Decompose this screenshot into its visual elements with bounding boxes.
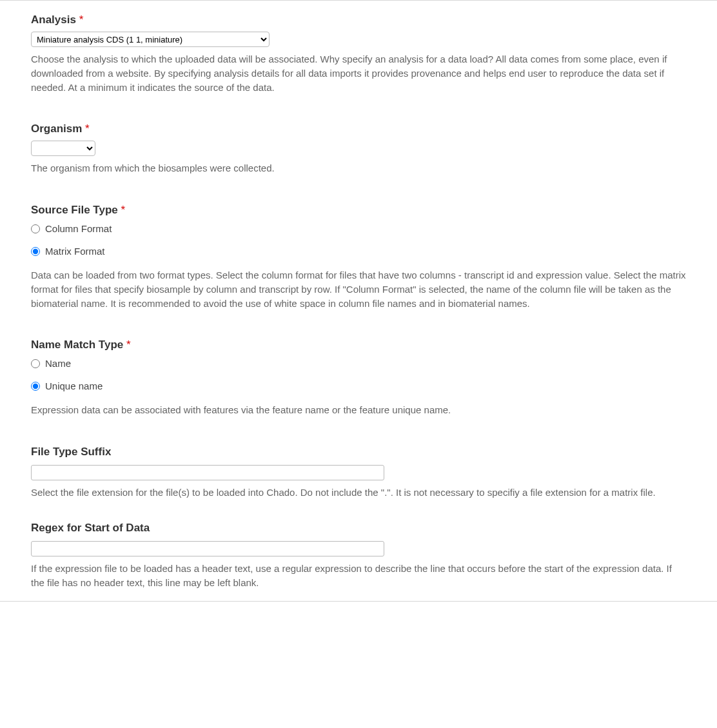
form-page: Analysis * Miniature analysis CDS (1 1, … <box>0 0 717 602</box>
analysis-field: Analysis * Miniature analysis CDS (1 1, … <box>31 14 686 94</box>
unique-name-option-label: Unique name <box>45 380 103 391</box>
name-radio[interactable] <box>31 359 40 368</box>
file-type-suffix-input[interactable] <box>31 465 384 480</box>
organism-select[interactable] <box>31 141 95 156</box>
analysis-help: Choose the analysis to which the uploade… <box>31 52 686 94</box>
file-type-suffix-field: File Type Suffix Select the file extensi… <box>31 446 686 500</box>
file-type-suffix-label: File Type Suffix <box>31 446 686 458</box>
required-mark: * <box>79 14 84 26</box>
source-file-type-label: Source File Type * <box>31 204 686 217</box>
label-text: Name Match Type <box>31 339 123 351</box>
organism-field: Organism * The organism from which the b… <box>31 123 686 175</box>
source-file-type-help: Data can be loaded from two format types… <box>31 268 686 310</box>
regex-start-field: Regex for Start of Data If the expressio… <box>31 522 686 590</box>
unique-name-radio[interactable] <box>31 382 40 391</box>
name-option-label: Name <box>45 358 71 369</box>
analysis-select[interactable]: Miniature analysis CDS (1 1, miniature) <box>31 32 270 47</box>
source-file-type-field: Source File Type * Column Format Matrix … <box>31 204 686 310</box>
radio-row-matrix-format[interactable]: Matrix Format <box>31 246 686 257</box>
name-match-type-label: Name Match Type * <box>31 339 686 351</box>
analysis-label: Analysis * <box>31 14 686 26</box>
organism-help: The organism from which the biosamples w… <box>31 161 686 175</box>
required-mark: * <box>121 204 126 216</box>
regex-start-help: If the expression file to be loaded has … <box>31 562 686 590</box>
name-match-type-field: Name Match Type * Name Unique name Expre… <box>31 339 686 417</box>
label-text: Analysis <box>31 14 76 26</box>
required-mark: * <box>126 339 131 351</box>
label-text: Source File Type <box>31 204 118 216</box>
regex-start-input[interactable] <box>31 541 384 556</box>
matrix-format-label: Matrix Format <box>45 246 105 257</box>
column-format-radio[interactable] <box>31 224 40 233</box>
name-match-type-help: Expression data can be associated with f… <box>31 403 686 417</box>
column-format-label: Column Format <box>45 223 112 234</box>
organism-label: Organism * <box>31 123 686 135</box>
radio-row-name[interactable]: Name <box>31 358 686 369</box>
matrix-format-radio[interactable] <box>31 247 40 256</box>
regex-start-label: Regex for Start of Data <box>31 522 686 535</box>
file-type-suffix-help: Select the file extension for the file(s… <box>31 486 686 500</box>
label-text: Organism <box>31 123 82 135</box>
radio-row-column-format[interactable]: Column Format <box>31 223 686 234</box>
required-mark: * <box>85 123 90 135</box>
radio-row-unique-name[interactable]: Unique name <box>31 380 686 391</box>
